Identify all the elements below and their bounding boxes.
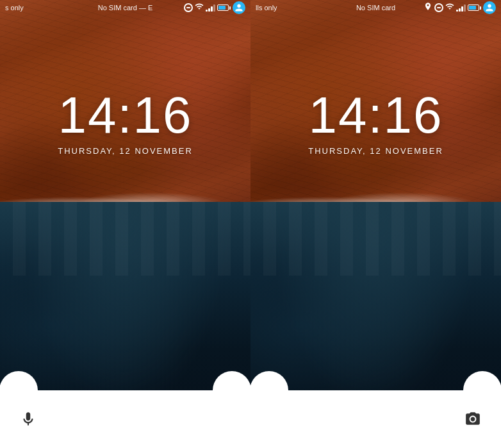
clock-date-left: THURSDAY, 12 NOVEMBER: [0, 146, 250, 156]
status-bar-left: s only No SIM card — E: [0, 0, 250, 15]
camera-button-right[interactable]: [464, 410, 482, 428]
background-left: [0, 0, 250, 448]
status-carrier-right: lls only: [256, 4, 277, 12]
status-sim-right: No SIM card: [356, 4, 395, 12]
clock-right: 14:16 THURSDAY, 12 NOVEMBER: [250, 90, 501, 156]
battery-icon-right: [468, 4, 481, 11]
location-icon-right: [423, 2, 432, 13]
status-carrier-left: s only: [5, 4, 24, 12]
account-avatar-left[interactable]: [233, 1, 245, 14]
clock-left: 14:16 THURSDAY, 12 NOVEMBER: [0, 90, 250, 156]
background-right: [250, 0, 501, 448]
bottom-bar-right: [250, 390, 501, 448]
microphone-button-left[interactable]: [19, 410, 37, 428]
wifi-icon-left: [195, 2, 204, 13]
phone-screen-left: s only No SIM card — E: [0, 0, 250, 448]
status-bar-right: lls only No SIM card: [250, 0, 501, 15]
dnd-icon-right: [434, 3, 443, 12]
phone-screen-right: lls only No SIM card: [250, 0, 501, 448]
account-avatar-right[interactable]: [483, 1, 496, 14]
signal-bars-right: [456, 4, 466, 12]
status-icons-right: [423, 1, 496, 14]
battery-icon-left: [217, 4, 231, 11]
status-sim-left: No SIM card — E: [98, 4, 153, 12]
status-icons-left: [184, 1, 245, 14]
dnd-icon-left: [184, 3, 193, 12]
wifi-icon-right: [445, 2, 454, 13]
clock-date-right: THURSDAY, 12 NOVEMBER: [250, 146, 501, 156]
signal-bars-left: [206, 4, 215, 12]
clock-time-left: 14:16: [0, 90, 250, 141]
bottom-bar-left: [0, 390, 250, 448]
clock-time-right: 14:16: [250, 90, 501, 141]
